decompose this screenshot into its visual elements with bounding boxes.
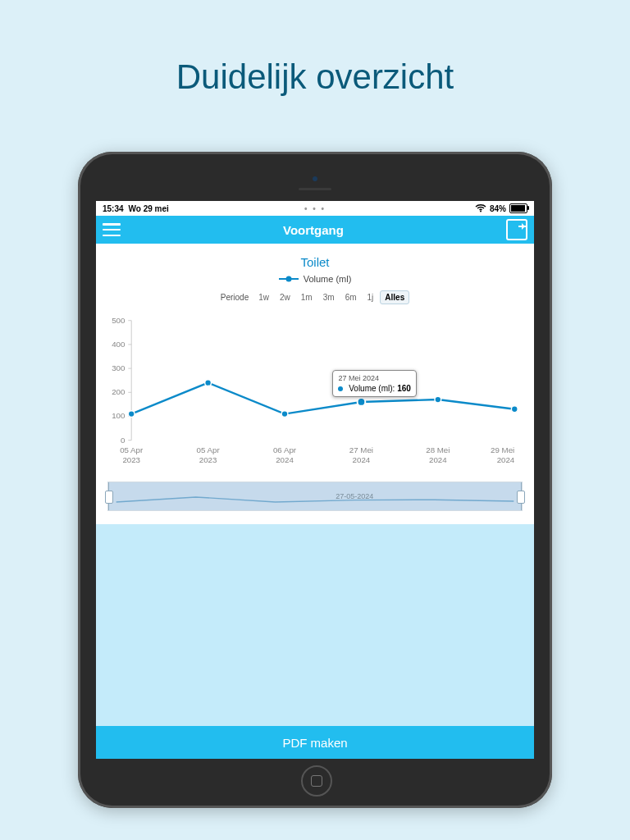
- svg-text:300: 300: [112, 363, 126, 372]
- period-option-6m[interactable]: 6m: [341, 291, 361, 304]
- svg-text:28 Mei: 28 Mei: [426, 445, 450, 454]
- svg-text:05 Apr: 05 Apr: [197, 445, 221, 454]
- marketing-headline: Duidelijk overzicht: [0, 57, 630, 97]
- legend-label: Volume (ml): [304, 274, 352, 284]
- svg-point-32: [435, 396, 441, 403]
- tooltip-dot-icon: [338, 386, 343, 391]
- svg-text:2024: 2024: [276, 455, 294, 464]
- device-speaker: [299, 188, 331, 190]
- status-bar: 15:34 Wo 29 mei • • • 84%: [96, 201, 534, 216]
- wifi-icon: [475, 204, 486, 212]
- device-camera: [313, 176, 317, 181]
- svg-text:500: 500: [112, 316, 126, 325]
- chart-tooltip: 27 Mei 2024 Volume (ml): 160: [332, 370, 416, 397]
- svg-text:400: 400: [112, 340, 126, 349]
- chart-title: Toilet: [103, 255, 527, 269]
- app-header: Voortgang: [96, 216, 534, 244]
- svg-point-2: [285, 276, 291, 282]
- device-screen: 15:34 Wo 29 mei • • • 84%: [96, 201, 534, 759]
- period-label: Periode: [221, 293, 249, 302]
- period-picker: Periode 1w 2w 1m 3m 6m 1j Alles: [103, 290, 527, 304]
- tooltip-value: 160: [397, 384, 411, 393]
- svg-text:29 Mei: 29 Mei: [491, 445, 514, 454]
- chart-legend: Volume (ml): [103, 274, 527, 284]
- status-battery-pct: 84%: [490, 204, 506, 213]
- period-option-alles[interactable]: Alles: [380, 290, 409, 304]
- device-home-button[interactable]: [301, 765, 332, 797]
- svg-text:200: 200: [112, 387, 126, 396]
- tooltip-title: 27 Mei 2024: [338, 374, 410, 382]
- svg-text:2024: 2024: [497, 455, 515, 464]
- svg-point-31: [358, 398, 366, 406]
- menu-icon[interactable]: [103, 223, 121, 236]
- period-option-2w[interactable]: 2w: [276, 291, 294, 304]
- chart-canvas[interactable]: 010020030040050005 Apr202305 Apr202306 A…: [107, 313, 523, 477]
- status-date: Wo 29 mei: [129, 204, 169, 213]
- svg-text:2024: 2024: [429, 455, 447, 464]
- page-title: Voortgang: [283, 223, 344, 237]
- svg-text:27 Mei: 27 Mei: [349, 445, 373, 454]
- tooltip-series: Volume (ml):: [349, 384, 395, 393]
- legend-marker-icon: [279, 275, 299, 283]
- device-frame: 15:34 Wo 29 mei • • • 84%: [78, 152, 552, 808]
- chart-area: Toilet Volume (ml) Periode 1w 2w 1m 3m 6…: [96, 244, 534, 524]
- svg-text:2024: 2024: [353, 455, 371, 464]
- period-option-1m[interactable]: 1m: [297, 291, 317, 304]
- navigator-label: 27-05-2024: [336, 492, 373, 500]
- status-center: • • •: [244, 204, 386, 213]
- svg-point-29: [205, 380, 212, 386]
- period-option-1j[interactable]: 1j: [363, 291, 378, 304]
- pdf-button[interactable]: PDF maken: [96, 726, 534, 759]
- empty-area: [96, 524, 534, 726]
- svg-text:2023: 2023: [199, 455, 217, 464]
- status-time: 15:34: [103, 204, 124, 213]
- svg-point-33: [511, 406, 518, 413]
- period-option-3m[interactable]: 3m: [319, 291, 339, 304]
- svg-point-28: [128, 411, 135, 418]
- svg-text:100: 100: [112, 411, 126, 420]
- period-option-1w[interactable]: 1w: [254, 291, 273, 304]
- svg-text:05 Apr: 05 Apr: [120, 445, 144, 454]
- svg-point-30: [281, 411, 288, 418]
- svg-text:2023: 2023: [122, 455, 140, 464]
- share-icon[interactable]: [506, 219, 527, 240]
- svg-point-0: [480, 211, 482, 212]
- navigator-selection[interactable]: [108, 482, 522, 510]
- svg-text:0: 0: [121, 436, 126, 445]
- svg-text:06 Apr: 06 Apr: [273, 445, 297, 454]
- battery-icon: [509, 203, 527, 213]
- chart-navigator[interactable]: 27-05-2024: [107, 482, 523, 511]
